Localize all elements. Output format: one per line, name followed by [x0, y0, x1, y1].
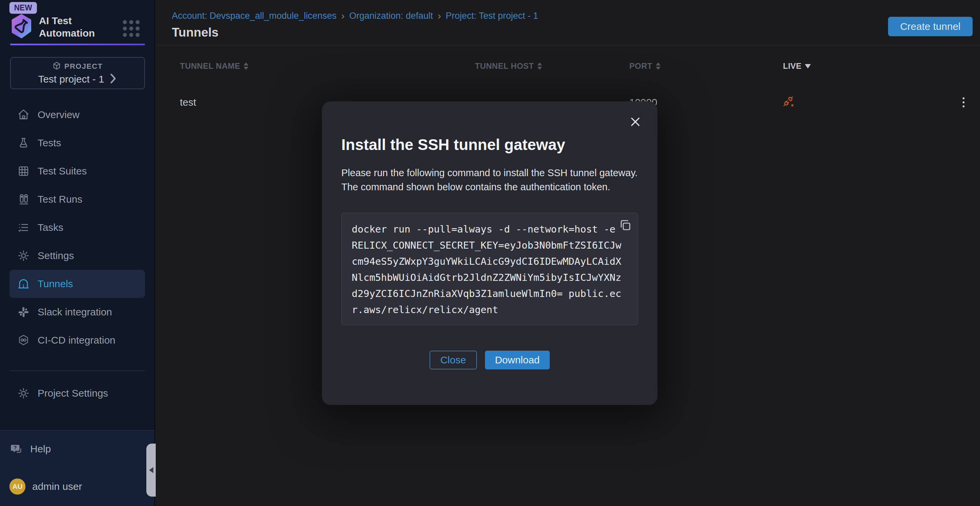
brand-divider — [10, 44, 145, 45]
sidebar-item-label: Test Runs — [38, 194, 82, 205]
user-menu[interactable]: AU admin user — [10, 479, 82, 495]
copy-icon — [619, 219, 631, 232]
modal-download-button[interactable]: Download — [485, 351, 550, 369]
columns-icon — [17, 193, 30, 206]
copy-command-button[interactable] — [617, 218, 633, 233]
sort-icon — [656, 62, 660, 70]
tunnel-icon — [17, 277, 30, 291]
install-ssh-gateway-modal: Install the SSH tunnel gateway Please ru… — [322, 101, 657, 405]
sidebar-item-tunnels[interactable]: Tunnels — [10, 270, 145, 298]
slack-icon — [17, 306, 30, 319]
create-tunnel-button[interactable]: Create tunnel — [888, 17, 973, 36]
breadcrumb: Account: Devspace_all_module_licenses › … — [172, 10, 538, 21]
chevron-right-icon — [110, 73, 117, 85]
help-button[interactable]: ? Help — [10, 442, 51, 456]
topbar: Account: Devspace_all_module_licenses › … — [156, 0, 980, 46]
sidebar-item-label: Tests — [38, 137, 61, 149]
project-selector[interactable]: PROJECT Test project - 1 — [10, 57, 145, 89]
header-tunnel-host[interactable]: TUNNEL HOST — [475, 61, 629, 71]
breadcrumb-separator: › — [438, 10, 441, 21]
sidebar-item-tasks[interactable]: Tasks — [10, 213, 145, 242]
cube-icon — [52, 61, 61, 72]
help-label: Help — [30, 443, 51, 455]
app-name: AI Test Automation — [39, 14, 95, 39]
page-title: Tunnels — [172, 25, 218, 40]
sidebar-item-label: Tasks — [38, 222, 64, 233]
sidebar-item-settings[interactable]: Settings — [10, 242, 145, 270]
avatar: AU — [10, 479, 25, 495]
sidebar-nav: Overview Tests Test Suites — [0, 101, 154, 407]
header-live[interactable]: LIVE — [783, 61, 952, 71]
sidebar-item-label: Overview — [38, 109, 80, 121]
project-value: Test project - 1 — [38, 73, 104, 85]
sidebar-item-label: CI-CD integration — [38, 334, 115, 346]
table-grid-icon — [17, 164, 30, 178]
home-icon — [17, 108, 30, 121]
sidebar-footer: ? Help AU admin user — [0, 430, 154, 506]
help-chat-icon: ? — [10, 442, 23, 456]
user-name: admin user — [32, 481, 82, 492]
modal-title: Install the SSH tunnel gateway — [341, 135, 638, 154]
sidebar-item-test-suites[interactable]: Test Suites — [10, 157, 145, 185]
sidebar-item-overview[interactable]: Overview — [10, 101, 145, 129]
svg-text:?: ? — [13, 445, 17, 450]
header-tunnel-name[interactable]: TUNNEL NAME — [180, 61, 475, 71]
sort-desc-icon — [805, 64, 811, 68]
code-line: RELICX_CONNECT_SECRET_KEY=eyJob3N0bmFtZS… — [352, 237, 628, 253]
breadcrumb-separator: › — [341, 10, 345, 21]
modal-close-action-button[interactable]: Close — [430, 351, 477, 369]
sidebar-item-tests[interactable]: Tests — [10, 129, 145, 157]
code-line: r.aws/relicx/relicx/agent — [352, 302, 628, 318]
sort-icon — [537, 62, 542, 70]
gear-icon — [17, 249, 30, 263]
code-line: d29yZCI6ICJnZnRiaXVqb3Z1amlueWlmIn0= pub… — [352, 286, 628, 302]
sidebar-item-label: Slack integration — [38, 306, 112, 318]
breadcrumb-organization[interactable]: Organization: default — [349, 11, 433, 21]
sidebar-collapse-handle[interactable] — [146, 444, 156, 496]
apps-grid-icon[interactable] — [123, 20, 140, 37]
code-line: cm94eS5yZWxpY3guYWkiLCAicG9ydCI6IDEwMDAy… — [352, 253, 628, 269]
row-menu-kebab-icon[interactable] — [961, 95, 967, 110]
cicd-hexagon-icon — [17, 334, 30, 347]
header-port[interactable]: PORT — [629, 61, 783, 71]
code-line: docker run --pull=always -d --network=ho… — [352, 221, 628, 237]
sidebar-item-project-settings[interactable]: Project Settings — [10, 379, 145, 407]
docker-command-code-block: docker run --pull=always -d --network=ho… — [341, 213, 638, 325]
code-line: Nlcm5hbWUiOiAidGtrb2JldnZ2ZWNiYm5ibyIsIC… — [352, 269, 628, 286]
modal-description: Please run the following command to inst… — [341, 166, 638, 194]
sidebar-item-cicd-integration[interactable]: CI-CD integration — [10, 326, 145, 354]
sidebar-item-label: Tunnels — [38, 278, 73, 290]
sidebar-item-test-runs[interactable]: Test Runs — [10, 185, 145, 213]
app-logo-row: AI Test Automation — [10, 14, 95, 40]
table-header-row: TUNNEL NAME TUNNEL HOST PORT LIVE — [180, 46, 967, 87]
sidebar-item-label: Settings — [38, 250, 74, 261]
flask-icon — [17, 136, 30, 150]
new-badge: NEW — [10, 2, 37, 14]
sidebar-item-label: Project Settings — [38, 388, 108, 399]
task-list-icon — [17, 221, 30, 234]
unplugged-icon — [783, 103, 794, 108]
sidebar: NEW AI Test Automation — [0, 0, 155, 506]
breadcrumb-account[interactable]: Account: Devspace_all_module_licenses — [172, 11, 337, 21]
collapse-left-icon — [149, 467, 153, 473]
sidebar-item-label: Test Suites — [38, 165, 87, 177]
sort-icon — [243, 62, 248, 70]
modal-actions: Close Download — [341, 351, 638, 369]
breadcrumb-project[interactable]: Project: Test project - 1 — [446, 11, 538, 21]
app-logo-icon — [10, 14, 33, 40]
close-icon — [629, 115, 642, 129]
tunnel-live-cell — [783, 96, 952, 109]
project-label: PROJECT — [64, 62, 103, 71]
modal-close-button[interactable] — [628, 115, 643, 129]
sidebar-divider — [10, 371, 145, 371]
gear-icon — [17, 387, 30, 400]
sidebar-item-slack-integration[interactable]: Slack integration — [10, 298, 145, 326]
